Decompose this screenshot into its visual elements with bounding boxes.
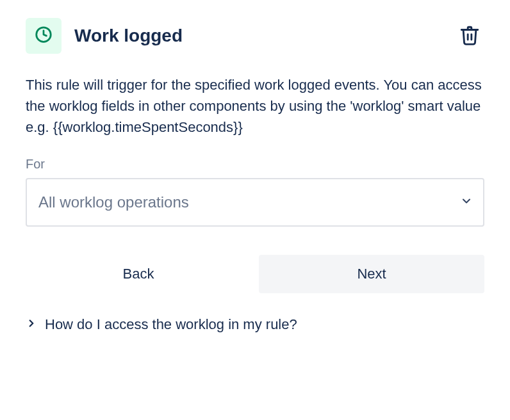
panel-title: Work logged: [74, 26, 183, 46]
header-row: Work logged: [26, 18, 484, 54]
chevron-right-icon: [26, 316, 37, 333]
back-button[interactable]: Back: [26, 255, 251, 293]
help-expand-label: How do I access the worklog in my rule?: [45, 316, 297, 333]
header-left: Work logged: [26, 18, 183, 54]
for-select-value: All worklog operations: [38, 193, 189, 211]
next-button[interactable]: Next: [259, 255, 484, 293]
rule-description: This rule will trigger for the specified…: [26, 74, 484, 138]
trash-icon: [459, 24, 481, 48]
for-field-label: For: [26, 157, 484, 172]
rule-config-panel: Work logged This rule will trigger for t…: [0, 0, 510, 333]
clock-icon: [34, 25, 53, 47]
delete-button[interactable]: [455, 20, 484, 52]
button-row: Back Next: [26, 255, 484, 293]
help-expand-toggle[interactable]: How do I access the worklog in my rule?: [26, 316, 297, 333]
for-select-wrapper: All worklog operations: [26, 178, 484, 227]
clock-icon-badge: [26, 18, 62, 54]
for-select[interactable]: All worklog operations: [26, 178, 484, 227]
